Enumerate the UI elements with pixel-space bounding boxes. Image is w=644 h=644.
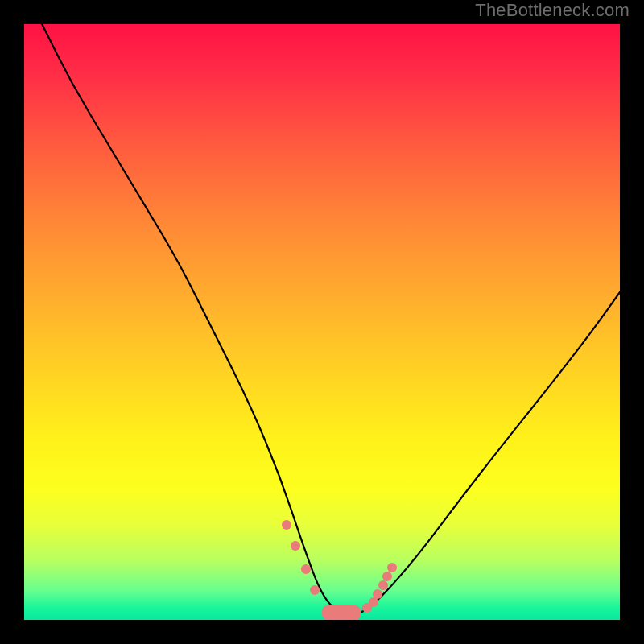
- marker-dot: [387, 563, 397, 572]
- marker-dot: [282, 520, 291, 530]
- bottleneck-curve: [42, 24, 620, 614]
- marker-dot: [301, 564, 311, 574]
- marker-dot: [291, 541, 300, 551]
- marker-dot: [378, 580, 388, 590]
- marker-dot: [373, 589, 382, 599]
- plot-area: [24, 24, 620, 620]
- curve-svg: [24, 24, 620, 620]
- marker-dot: [382, 572, 392, 581]
- marker-pill: [322, 605, 361, 620]
- watermark-text: TheBottleneck.com: [475, 0, 630, 21]
- marker-dot: [310, 585, 320, 595]
- chart-frame: TheBottleneck.com: [0, 0, 644, 644]
